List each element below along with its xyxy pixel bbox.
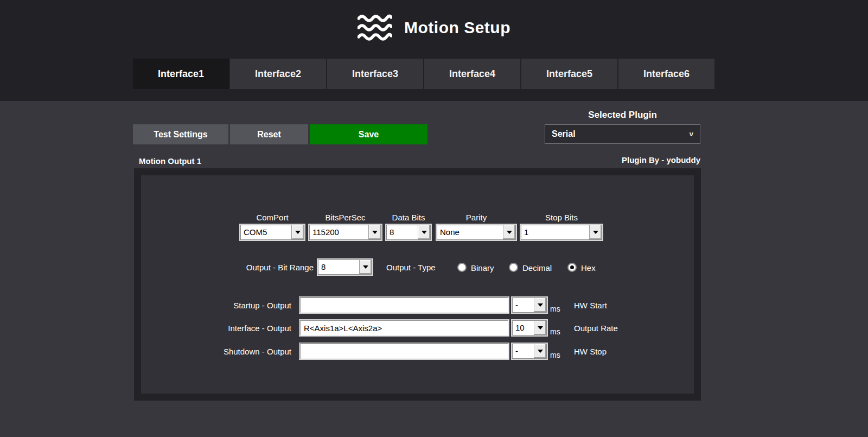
databits-dropdown-button[interactable]: [418, 225, 430, 239]
parity-label: Parity: [437, 213, 516, 222]
interface-output-label: Interface - Output: [195, 324, 291, 333]
hw-start-dropdown-button[interactable]: [534, 298, 546, 312]
hw-start-delay-value: -: [513, 298, 534, 312]
databits-combobox[interactable]: 8: [386, 225, 431, 240]
databits-value: 8: [387, 225, 418, 239]
stopbits-combobox[interactable]: 1: [521, 225, 602, 240]
interface-tabbar: Interface1 Interface2 Interface3 Interfa…: [133, 59, 714, 89]
radio-hex-label: Hex: [581, 263, 596, 273]
hw-stop-label: HW Stop: [574, 347, 607, 356]
motion-output-title: Motion Output 1: [139, 156, 201, 166]
combo-arrow-icon: [538, 326, 543, 330]
stopbits-dropdown-button[interactable]: [589, 225, 602, 239]
interface-ms-unit: ms: [550, 327, 560, 336]
hw-stop-delay-combobox[interactable]: -: [512, 344, 547, 359]
bitspersec-combobox[interactable]: 115200: [309, 225, 381, 240]
hw-stop-delay-value: -: [513, 344, 534, 358]
bitspersec-label: BitsPerSec: [309, 213, 381, 222]
radio-binary-label: Binary: [471, 263, 494, 273]
combo-arrow-icon: [538, 303, 543, 307]
tab-interface1[interactable]: Interface1: [133, 59, 229, 89]
tab-interface2[interactable]: Interface2: [230, 59, 326, 89]
hw-start-delay-combobox[interactable]: -: [512, 297, 547, 313]
plugin-select[interactable]: Serial v: [545, 124, 700, 144]
bitspersec-dropdown-button[interactable]: [368, 225, 381, 239]
radio-hex[interactable]: [567, 263, 577, 272]
motion-output-panel: [134, 168, 701, 401]
comport-value: COM5: [241, 225, 291, 239]
combo-arrow-icon: [372, 231, 378, 234]
plugin-credit: Plugin By - yobuddy: [545, 155, 700, 164]
radio-decimal-label: Decimal: [522, 263, 552, 273]
combo-arrow-icon: [295, 231, 301, 234]
motion-setup-window: Motion Setup Interface1 Interface2 Inter…: [0, 0, 868, 437]
app-logo: Motion Setup: [0, 11, 868, 45]
save-button[interactable]: Save: [310, 124, 427, 144]
combo-arrow-icon: [422, 231, 427, 234]
combo-arrow-icon: [593, 231, 598, 234]
databits-label: Data Bits: [386, 213, 431, 222]
combo-arrow-icon: [507, 231, 512, 234]
plugin-select-value: Serial: [552, 125, 576, 143]
output-rate-dropdown-button[interactable]: [534, 321, 546, 335]
radio-decimal[interactable]: [509, 263, 518, 272]
comport-combobox[interactable]: COM5: [240, 225, 304, 240]
shutdown-output-input[interactable]: [299, 343, 509, 359]
tab-interface6[interactable]: Interface6: [618, 59, 714, 89]
startup-ms-unit: ms: [550, 305, 560, 313]
tab-interface5[interactable]: Interface5: [521, 59, 617, 89]
waves-icon: [358, 14, 392, 42]
chevron-down-icon: v: [690, 125, 693, 143]
stopbits-label: Stop Bits: [521, 213, 602, 222]
test-settings-button[interactable]: Test Settings: [133, 124, 228, 144]
shutdown-output-label: Shutdown - Output: [195, 347, 291, 356]
combo-arrow-icon: [363, 265, 368, 269]
comport-label: ComPort: [240, 213, 304, 222]
stopbits-value: 1: [521, 225, 589, 239]
reset-button[interactable]: Reset: [230, 124, 308, 144]
interface-output-input[interactable]: [299, 320, 509, 336]
shutdown-ms-unit: ms: [550, 351, 560, 359]
selected-plugin-label: Selected Plugin: [545, 110, 700, 121]
output-rate-value: 10: [513, 321, 534, 335]
output-type-label: Output - Type: [386, 263, 436, 272]
combo-arrow-icon: [538, 350, 543, 353]
output-rate-combobox[interactable]: 10: [512, 320, 547, 335]
header: Motion Setup Interface1 Interface2 Inter…: [0, 0, 868, 101]
hw-stop-dropdown-button[interactable]: [534, 344, 546, 358]
parity-dropdown-button[interactable]: [503, 225, 515, 239]
bit-range-dropdown-button[interactable]: [359, 260, 372, 274]
output-rate-label: Output Rate: [574, 324, 618, 333]
tab-interface4[interactable]: Interface4: [424, 59, 520, 89]
startup-output-label: Startup - Output: [195, 301, 291, 310]
parity-combobox[interactable]: None: [437, 225, 516, 240]
tab-interface3[interactable]: Interface3: [327, 59, 423, 89]
radio-binary[interactable]: [457, 263, 467, 272]
comport-dropdown-button[interactable]: [291, 225, 304, 239]
startup-output-input[interactable]: [299, 297, 509, 313]
bitspersec-value: 115200: [310, 225, 368, 239]
bit-range-value: 8: [318, 260, 359, 274]
parity-value: None: [437, 225, 503, 239]
bit-range-label: Output - Bit Range: [228, 263, 314, 272]
bit-range-combobox[interactable]: 8: [318, 259, 372, 275]
hw-start-label: HW Start: [574, 301, 607, 310]
page-title: Motion Setup: [404, 18, 510, 37]
